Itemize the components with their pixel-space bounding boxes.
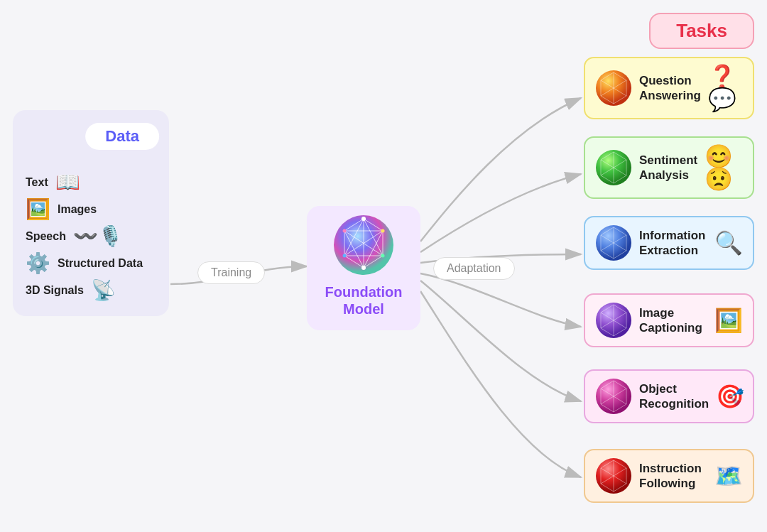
task-globe-qa [595, 70, 632, 107]
text-icon: 📖 [55, 173, 80, 192]
svg-point-15 [361, 266, 366, 270]
training-label: Training [197, 261, 265, 284]
task-globe-or [595, 378, 632, 415]
task-card-ic: ImageCaptioning 🖼️ [584, 293, 754, 347]
data-item-text: Text 📖 [26, 173, 156, 192]
task-icon-ic: 🖼️ [714, 309, 743, 332]
task-label-if: InstructionFollowing [639, 461, 707, 492]
svg-point-14 [381, 254, 385, 258]
signals-icon: 📡 [91, 281, 116, 300]
svg-point-12 [361, 217, 366, 221]
svg-point-16 [343, 254, 347, 258]
task-globe-ic [595, 302, 632, 339]
task-label-ie: InformationExtraction [639, 228, 707, 259]
task-label-or: ObjectRecognition [639, 381, 709, 412]
data-item-structured: ⚙️ Structured Data [26, 254, 156, 273]
task-icon-qa: ❓💬 [708, 65, 743, 111]
data-item-speech: Speech 〰️🎙️ [26, 227, 156, 246]
data-label: Data [85, 123, 159, 150]
foundation-title: FoundationModel [325, 283, 403, 317]
task-label-sa: SentimentAnalysis [639, 153, 697, 183]
task-card-ie: InformationExtraction 🔍 [584, 216, 754, 270]
task-icon-or: 🎯 [716, 385, 744, 408]
task-label-ic: ImageCaptioning [639, 305, 707, 336]
task-icon-ie: 🔍 [714, 232, 743, 254]
data-items-list: Text 📖 🖼️ Images Speech 〰️🎙️ ⚙️ Structur… [23, 173, 159, 300]
task-globe-if [595, 457, 632, 494]
task-globe-ie [595, 224, 632, 261]
task-icon-if: 🗺️ [714, 465, 743, 487]
foundation-globe [332, 213, 396, 277]
data-item-signals: 3D Signals 📡 [26, 281, 156, 300]
task-globe-sa [595, 149, 632, 186]
tasks-heading: Tasks [649, 13, 754, 49]
data-item-images: 🖼️ Images [26, 200, 156, 219]
task-label-qa: QuestionAnswering [639, 73, 701, 104]
task-icon-sa: 😊😟 [705, 145, 743, 190]
svg-point-13 [381, 229, 385, 233]
data-panel: Data Text 📖 🖼️ Images Speech 〰️🎙️ ⚙️ Str… [13, 110, 169, 316]
speech-icon: 〰️🎙️ [73, 227, 123, 246]
images-icon: 🖼️ [26, 200, 50, 219]
structured-icon: ⚙️ [26, 254, 50, 273]
task-card-sa: SentimentAnalysis 😊😟 [584, 136, 754, 199]
task-card-qa: QuestionAnswering ❓💬 [584, 57, 754, 119]
svg-point-17 [343, 229, 347, 233]
adaptation-label: Adaptation [433, 257, 515, 280]
task-card-or: ObjectRecognition 🎯 [584, 369, 754, 423]
foundation-model-box: FoundationModel [307, 206, 420, 330]
task-card-if: InstructionFollowing 🗺️ [584, 449, 754, 503]
